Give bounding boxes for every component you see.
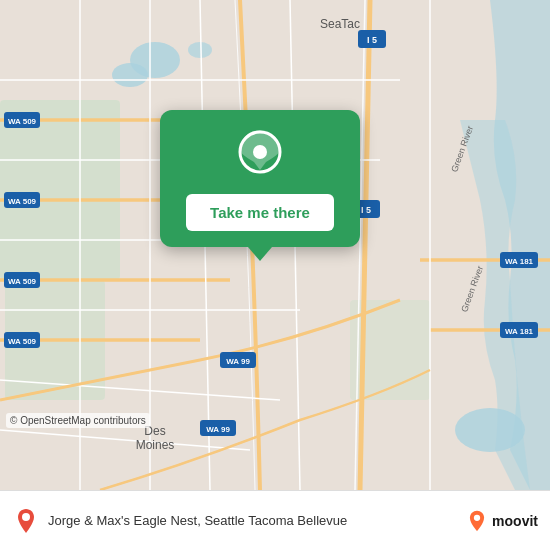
svg-text:WA 99: WA 99 [206,425,230,434]
svg-point-4 [455,408,525,452]
location-pin-icon [234,130,286,182]
destination-label: Jorge & Max's Eagle Nest, Seattle Tacoma… [48,513,458,528]
moovit-logo: moovit [466,510,538,532]
bottom-bar: Jorge & Max's Eagle Nest, Seattle Tacoma… [0,490,550,550]
svg-text:WA 181: WA 181 [505,327,534,336]
svg-text:WA 509: WA 509 [8,337,37,346]
svg-point-2 [112,63,148,87]
take-me-there-button[interactable]: Take me there [186,194,334,231]
svg-point-3 [188,42,212,58]
svg-text:WA 99: WA 99 [226,357,250,366]
svg-text:WA 509: WA 509 [8,117,37,126]
svg-text:I 5: I 5 [361,205,371,215]
svg-text:WA 181: WA 181 [505,257,534,266]
destination-pin-icon [12,507,40,535]
map-container: WA 509 WA 509 WA 509 WA 509 WA 99 WA 99 … [0,0,550,490]
svg-point-55 [474,514,480,520]
map-attribution: © OpenStreetMap contributors [6,413,150,428]
svg-text:WA 509: WA 509 [8,197,37,206]
svg-point-54 [22,513,30,521]
svg-text:I 5: I 5 [367,35,377,45]
overlay-card: Take me there [160,110,360,247]
svg-text:Moines: Moines [136,438,175,452]
moovit-brand-label: moovit [492,513,538,529]
moovit-pin-icon [466,510,488,532]
svg-text:SeaTac: SeaTac [320,17,360,31]
svg-text:WA 509: WA 509 [8,277,37,286]
